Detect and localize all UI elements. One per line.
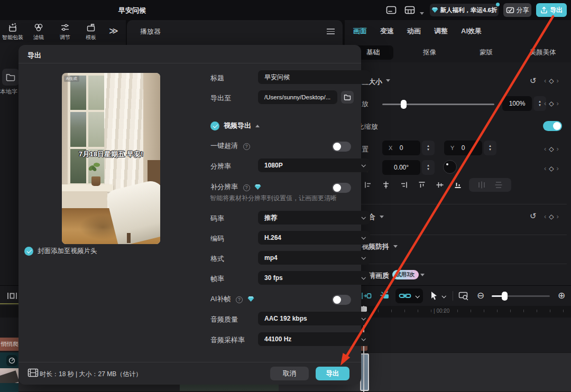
audio-quality-dropdown[interactable]: AAC 192 kbps bbox=[258, 312, 370, 325]
align-bottom-icon[interactable] bbox=[454, 181, 462, 189]
align-center-v-icon[interactable] bbox=[436, 181, 444, 189]
tab-speed[interactable]: 变速 bbox=[380, 26, 394, 36]
tab-picture[interactable]: 画面 bbox=[353, 26, 367, 36]
resolution-dropdown[interactable]: 1080P bbox=[258, 158, 370, 172]
tool-filter[interactable]: 滤镜 bbox=[26, 22, 51, 41]
scale-slider-handle[interactable] bbox=[401, 100, 407, 109]
keyframe-controls[interactable]: ‹◇› bbox=[544, 164, 559, 172]
select-tool-button[interactable] bbox=[428, 289, 449, 303]
cover-preview: 7月18日星期五 早安! AI生成 bbox=[62, 73, 160, 244]
selected-clip[interactable] bbox=[360, 353, 369, 391]
cancel-button[interactable]: 取消 bbox=[270, 367, 309, 380]
zoom-in-icon[interactable]: ⊕ bbox=[558, 290, 565, 301]
media-folder-button[interactable] bbox=[2, 69, 19, 86]
reset-icon[interactable]: ↺ bbox=[530, 211, 537, 221]
caption-view-button[interactable] bbox=[385, 5, 397, 15]
cover-checkbox-row[interactable]: 封面添加至视频片头 bbox=[24, 247, 97, 256]
title-input[interactable]: 早安问候 bbox=[258, 70, 370, 84]
hd-toggle[interactable] bbox=[332, 142, 351, 152]
ruler-time-label: | 00:20 bbox=[434, 308, 449, 314]
fit-timeline-icon[interactable] bbox=[458, 291, 469, 301]
scale-value[interactable]: 100% bbox=[502, 96, 532, 111]
sr-toggle[interactable] bbox=[332, 183, 351, 193]
zoom-out-icon[interactable]: ⊖ bbox=[477, 290, 484, 301]
project-title: 早安问候 bbox=[111, 6, 153, 15]
align-center-h-icon[interactable] bbox=[382, 181, 390, 189]
fps-dropdown[interactable]: 30 fps bbox=[258, 271, 370, 285]
keyframe-controls[interactable]: ‹◇› bbox=[544, 212, 559, 220]
subtab-beauty[interactable]: 美颜美体 bbox=[514, 42, 571, 62]
ai-frame-toggle[interactable] bbox=[332, 295, 351, 305]
sr-label: 补分辨率 bbox=[210, 183, 238, 191]
align-right-icon[interactable] bbox=[400, 181, 408, 189]
position-x-stepper[interactable] bbox=[422, 141, 435, 155]
promo-banner[interactable]: 新人福利，幸运4.6折 bbox=[430, 4, 499, 16]
layout-view-button[interactable] bbox=[404, 5, 416, 15]
reset-icon[interactable]: ↺ bbox=[530, 76, 537, 86]
sample-rate-dropdown[interactable]: 44100 Hz bbox=[258, 332, 370, 346]
path-input[interactable]: /Users/sunny/Desktop/... bbox=[258, 90, 337, 104]
keyframe-controls[interactable]: ‹◇› bbox=[544, 77, 559, 85]
uniform-scale-toggle[interactable] bbox=[543, 121, 562, 131]
rotate-dial[interactable] bbox=[443, 160, 457, 174]
subtab-cutout[interactable]: 抠像 bbox=[401, 42, 458, 62]
align-top-icon[interactable] bbox=[418, 181, 426, 189]
export-confirm-button[interactable]: 导出 bbox=[316, 367, 349, 380]
subtab-mask[interactable]: 蒙版 bbox=[458, 42, 514, 62]
smart-cut-icon[interactable] bbox=[380, 291, 391, 301]
player-menu-icon[interactable] bbox=[327, 29, 335, 34]
tab-animation[interactable]: 动画 bbox=[407, 26, 421, 36]
keyframe-controls[interactable]: ‹◇› bbox=[544, 145, 559, 153]
media-category-label[interactable]: 本地字 bbox=[0, 88, 17, 96]
browse-folder-button[interactable] bbox=[341, 91, 354, 104]
align-left-icon[interactable] bbox=[364, 181, 372, 189]
tool-smart-package[interactable]: 智能包装 bbox=[1, 22, 25, 41]
keyframe-controls[interactable]: ‹◇› bbox=[544, 99, 559, 107]
filter-icon bbox=[33, 22, 44, 33]
distribute-h-icon[interactable] bbox=[477, 181, 486, 189]
video-export-label: 视频导出 bbox=[224, 121, 251, 130]
video-export-row[interactable]: 视频导出 bbox=[210, 121, 260, 130]
codec-dropdown[interactable]: H.264 bbox=[258, 231, 370, 245]
position-label: 置 bbox=[362, 145, 369, 154]
help-icon[interactable]: ? bbox=[243, 184, 250, 191]
collapsed-track-indicator[interactable] bbox=[0, 303, 19, 304]
tab-ai-effects[interactable]: AI效果 bbox=[461, 26, 482, 36]
distribute-v-icon[interactable] bbox=[494, 181, 503, 189]
snap-icon[interactable] bbox=[361, 291, 372, 301]
position-y-stepper[interactable] bbox=[484, 141, 496, 155]
timeline-zoom-slider[interactable] bbox=[492, 295, 550, 297]
blend-caret-icon[interactable] bbox=[380, 216, 384, 218]
cover-checkbox-label: 封面添加至视频片头 bbox=[38, 247, 97, 256]
speed-clip[interactable] bbox=[0, 352, 19, 392]
layout-caret-icon[interactable] bbox=[420, 8, 424, 16]
help-icon[interactable]: ? bbox=[243, 143, 250, 150]
position-x-field[interactable]: X 0 bbox=[382, 141, 420, 155]
tool-adjust[interactable]: 调节 bbox=[53, 22, 77, 41]
bitrate-dropdown[interactable]: 推荐 bbox=[258, 211, 370, 225]
keyframe-prev-icon: ‹ bbox=[544, 77, 546, 85]
collapse-section-icon[interactable] bbox=[255, 125, 260, 127]
tool-template[interactable]: 模板 bbox=[79, 22, 103, 41]
upload-icon bbox=[540, 6, 548, 14]
video-export-checkbox[interactable] bbox=[210, 122, 219, 130]
scale-slider[interactable] bbox=[382, 104, 494, 105]
position-y-field[interactable]: Y 0 bbox=[444, 141, 482, 155]
share-button[interactable]: 分享 bbox=[503, 3, 531, 17]
expand-tools-icon[interactable]: ≫ bbox=[109, 25, 117, 36]
rotate-value-field[interactable]: 0.00° bbox=[382, 160, 420, 175]
collapse-caret-icon[interactable] bbox=[386, 79, 390, 82]
text-clip[interactable]: 悄悄爬 bbox=[0, 338, 19, 351]
quality-caret-icon[interactable] bbox=[420, 274, 425, 276]
tab-adjust[interactable]: 调整 bbox=[434, 26, 448, 36]
cover-checkbox[interactable] bbox=[24, 247, 33, 256]
rotate-stepper[interactable] bbox=[422, 160, 435, 175]
timeline-zoom-handle[interactable] bbox=[502, 292, 508, 301]
link-tool-button[interactable] bbox=[395, 288, 423, 303]
export-button-top[interactable]: 导出 bbox=[536, 3, 567, 17]
help-icon[interactable]: ? bbox=[236, 296, 243, 303]
track-cover-icon[interactable] bbox=[6, 291, 18, 301]
stabilize-caret-icon[interactable] bbox=[393, 245, 398, 248]
sr-description: 智能将素材补分辨率到设置值，让画面更清晰 bbox=[210, 194, 337, 203]
format-dropdown[interactable]: mp4 bbox=[258, 251, 370, 265]
